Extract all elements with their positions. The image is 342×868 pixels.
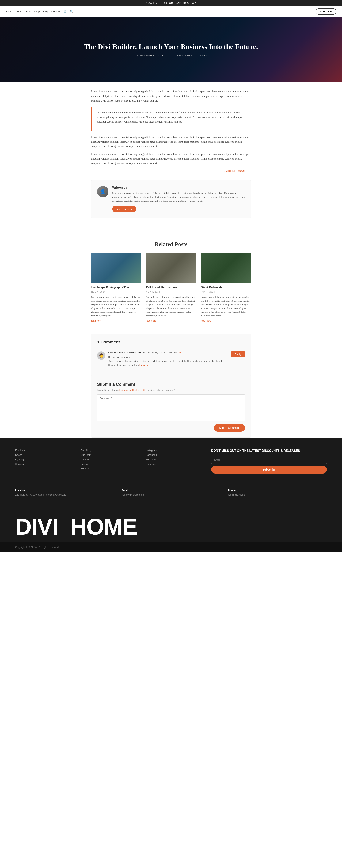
nav-blog[interactable]: Blog: [43, 10, 48, 13]
related-card-1-image: [91, 253, 141, 283]
gravatar-link[interactable]: Gravatar: [139, 364, 148, 366]
related-card-2: Fall Travel Destinations NOV 4, 2024 Lor…: [146, 253, 196, 322]
footer-link-careers: Careers: [81, 458, 138, 461]
hero-content: The Divi Builder. Launch Your Business I…: [73, 42, 269, 57]
author-bio: Lorem ipsum dolor amet, consectetuer adi…: [112, 191, 245, 203]
cart-icon[interactable]: 🛒: [63, 10, 67, 13]
article-para-1: Lorem ipsum dolor amet, consectetuer adi…: [91, 89, 251, 103]
more-posts-button[interactable]: More Posts by: [112, 206, 136, 212]
footer-link-ourteam-a[interactable]: Our Team: [81, 454, 91, 456]
comment-line-1: Hi, this is a comment.: [108, 355, 245, 359]
related-posts-section: Related Posts Landscape Photography Tips…: [86, 234, 256, 334]
search-icon[interactable]: 🔍: [70, 10, 73, 13]
comments-heading: 1 Comment: [97, 340, 245, 345]
footer-link-youtube-a[interactable]: YouTube: [146, 458, 155, 461]
phone-value: (255) 352-6258: [228, 493, 327, 496]
footer-col-2: Our Story Our Team Careers Support Retur…: [81, 449, 138, 473]
related-card-1: Landscape Photography Tips NOV 4, 2024 L…: [91, 253, 141, 322]
submit-comment-section: Submit a Comment Logged in as Dkama. Edi…: [91, 376, 251, 437]
footer-link-instagram-a[interactable]: Instagram: [146, 449, 157, 452]
giant-redwoods-link[interactable]: GIANT REDWOODS →: [224, 169, 251, 172]
footer-link-facebook: Facebook: [146, 454, 204, 457]
related-card-1-title: Landscape Photography Tips: [91, 286, 141, 289]
comment-edit-link-1[interactable]: Edit: [177, 351, 181, 354]
shop-now-button[interactable]: Shop Now: [316, 8, 336, 15]
comment-line-2: To get started with moderating, editing,…: [108, 359, 245, 363]
article-content: Lorem ipsum dolor amet, consectetuer adi…: [86, 82, 256, 234]
footer-link-furniture-a[interactable]: Furniture: [15, 449, 25, 452]
footer-copyright: Copyright © 2024 Divi. All Rights Reserv…: [0, 542, 342, 552]
related-card-2-read-more[interactable]: read more: [146, 319, 156, 322]
edit-profile-link[interactable]: Edit your profile.: [119, 389, 136, 392]
nav-contact[interactable]: Contact: [52, 10, 60, 13]
footer: Furniture Decor Lighting Custom Our Stor…: [0, 437, 342, 552]
author-inner: 👤 Written by Lorem ipsum dolor amet, con…: [97, 186, 245, 212]
related-card-3-title: Giant Redwoods: [201, 286, 251, 289]
related-card-3-excerpt: Lorem ipsum dolor amet, consectetuer adi…: [201, 295, 251, 317]
footer-contact: Location 1234 Divi St. #1000, San Franci…: [15, 483, 327, 496]
newsletter-heading: DON'T MISS OUT ON THE LATEST DISCOUNTS &…: [211, 449, 327, 453]
footer-phone: Phone (255) 352-6258: [228, 489, 327, 496]
required-text: Required fields are marked *: [146, 389, 175, 392]
footer-grid: Furniture Decor Lighting Custom Our Stor…: [15, 449, 327, 473]
email-label: Email: [122, 489, 220, 492]
comment-item-1: 🧑 A WORDPRESS COMMENTER ON MARCH 26, 202…: [97, 348, 245, 370]
hero-section: The Divi Builder. Launch Your Business I…: [0, 17, 342, 82]
article-blockquote: Lorem ipsum dolor amet, consectetuer adi…: [91, 107, 251, 130]
footer-link-ourstory: Our Story: [81, 449, 138, 452]
comment-text-1: Hi, this is a comment. To get started wi…: [108, 355, 245, 367]
comment-gravatar-prefix: Commenter avatars come from: [108, 364, 139, 366]
submit-comment-button[interactable]: Submit Comment: [214, 424, 245, 432]
related-card-2-title: Fall Travel Destinations: [146, 286, 196, 289]
related-card-3-read-more[interactable]: read more: [201, 319, 211, 322]
nav-shop[interactable]: Shop: [34, 10, 40, 13]
footer-main: Furniture Decor Lighting Custom Our Stor…: [0, 437, 342, 507]
footer-link-support-a[interactable]: Support: [81, 463, 89, 465]
footer-big-logo: DIVI_HOME: [15, 515, 327, 538]
related-card-1-excerpt: Lorem ipsum dolor amet, consectetuer adi…: [91, 295, 141, 317]
footer-link-pinterest-a[interactable]: Pinterest: [146, 463, 155, 465]
read-more-section: GIANT REDWOODS →: [91, 169, 251, 173]
comment-author-1: A WORDPRESS COMMENTER: [108, 351, 141, 354]
footer-link-ourstory-a[interactable]: Our Story: [81, 449, 91, 452]
footer-link-decor-a[interactable]: Decor: [15, 454, 22, 456]
copyright-text: Copyright © 2024 Divi. All Rights Reserv…: [15, 546, 327, 549]
phone-label: Phone: [228, 489, 327, 492]
footer-newsletter-col: DON'T MISS OUT ON THE LATEST DISCOUNTS &…: [211, 449, 327, 473]
footer-link-facebook-a[interactable]: Facebook: [146, 454, 157, 456]
comment-textarea[interactable]: [97, 395, 245, 421]
logged-in-text: Logged in as Dkama. Edit your profile. L…: [97, 389, 245, 392]
footer-link-furniture: Furniture: [15, 449, 73, 452]
reply-button-1[interactable]: Reply: [231, 351, 245, 357]
footer-link-ourteam: Our Team: [81, 454, 138, 457]
related-card-2-image: [146, 253, 196, 283]
footer-col-3: Instagram Facebook YouTube Pinterest: [146, 449, 204, 473]
footer-link-lighting-a[interactable]: Lighting: [15, 458, 24, 461]
nav-home[interactable]: Home: [6, 10, 12, 13]
footer-col-1: Furniture Decor Lighting Custom: [15, 449, 73, 473]
footer-logo-section: DIVI_HOME: [0, 507, 342, 542]
comments-section: 1 Comment 🧑 A WORDPRESS COMMENTER ON MAR…: [91, 334, 251, 376]
comment-meta-1: A WORDPRESS COMMENTER ON MARCH 26, 2021 …: [108, 351, 245, 354]
footer-link-returns-a[interactable]: Returns: [81, 467, 89, 470]
hero-title: The Divi Builder. Launch Your Business I…: [84, 42, 258, 51]
footer-links-col3: Instagram Facebook YouTube Pinterest: [146, 449, 204, 466]
nav-sale[interactable]: Sale: [26, 10, 31, 13]
footer-link-instagram: Instagram: [146, 449, 204, 452]
log-out-link[interactable]: Log out?: [136, 389, 145, 392]
related-card-1-read-more[interactable]: read more: [91, 319, 102, 322]
nav-about[interactable]: About: [16, 10, 22, 13]
email-value: hello@divistore.com: [122, 493, 220, 496]
navigation: Home About Sale Shop Blog Contact 🛒 🔍 Sh…: [0, 6, 342, 17]
logged-in-prefix: Logged in as Dkama.: [97, 389, 119, 392]
author-avatar: 👤: [97, 186, 109, 197]
related-posts-heading: Related Posts: [91, 241, 251, 247]
newsletter-email-input[interactable]: [211, 456, 327, 464]
location-label: Location: [15, 489, 114, 492]
footer-link-custom-a[interactable]: Custom: [15, 463, 24, 465]
author-info: Written by Lorem ipsum dolor amet, conse…: [112, 186, 245, 212]
subscribe-button[interactable]: Subscribe: [211, 466, 327, 473]
footer-link-careers-a[interactable]: Careers: [81, 458, 89, 461]
article-body: Lorem ipsum dolor amet, consectetuer adi…: [91, 89, 251, 166]
location-value: 1234 Divi St. #1000, San Francisco, CA 9…: [15, 493, 114, 496]
